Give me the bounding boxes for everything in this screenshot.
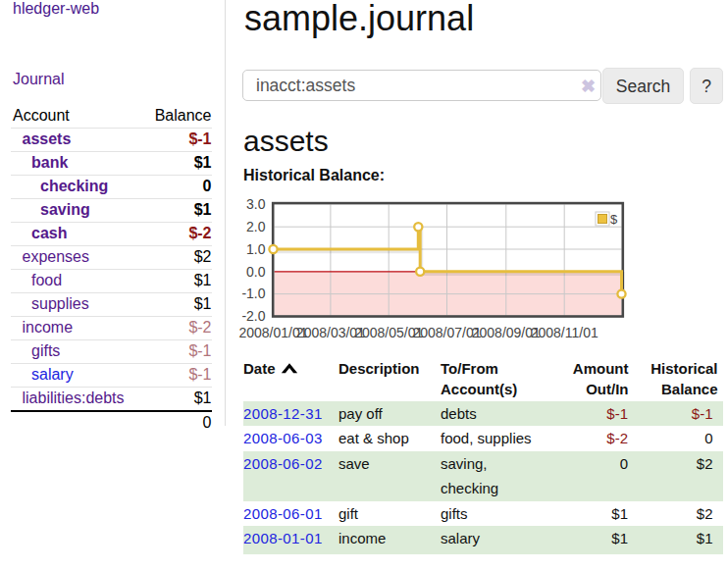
svg-text:-2.0: -2.0 (241, 308, 265, 324)
svg-text:2.0: 2.0 (246, 219, 266, 234)
svg-text:3.0: 3.0 (246, 196, 266, 212)
svg-text:2008/11/01: 2008/11/01 (531, 325, 598, 340)
svg-text:1.0: 1.0 (246, 241, 266, 257)
svg-text:-1.0: -1.0 (241, 286, 265, 301)
svg-text:$: $ (610, 212, 618, 227)
svg-text:0.0: 0.0 (246, 264, 266, 280)
